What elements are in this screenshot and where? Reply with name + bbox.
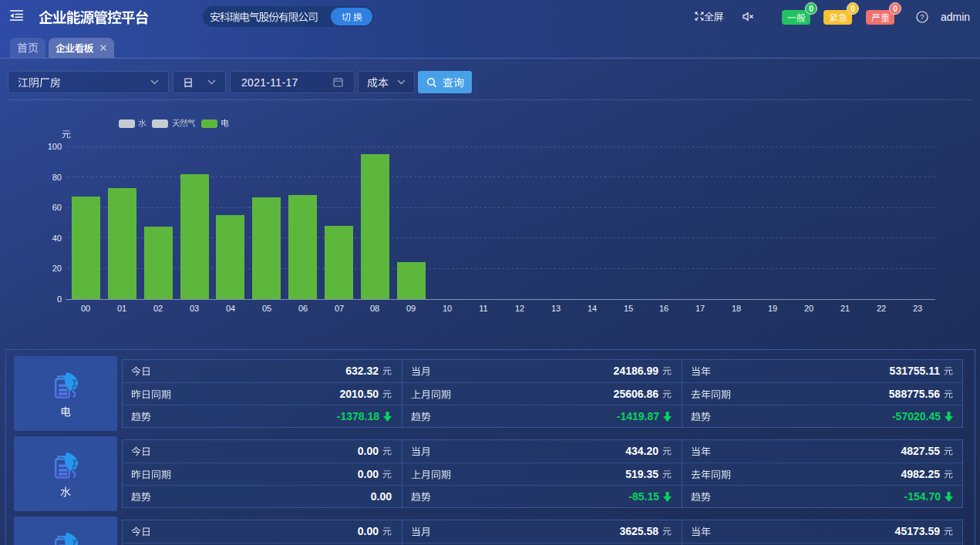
- svg-text:?: ?: [920, 12, 924, 21]
